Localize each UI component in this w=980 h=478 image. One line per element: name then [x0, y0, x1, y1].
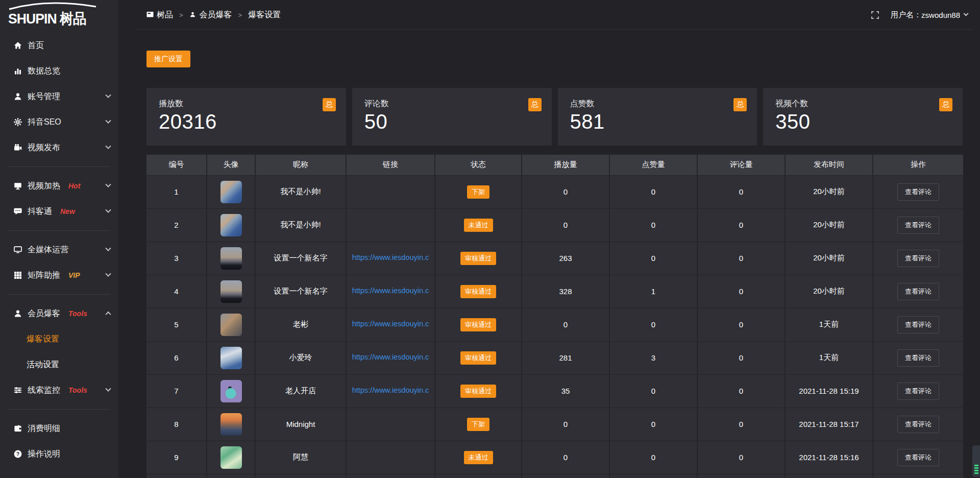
comments-count: 0: [739, 353, 743, 362]
nickname: Midnight: [286, 420, 315, 428]
view-comments-button[interactable]: 查看评论: [897, 416, 939, 433]
likes-count: 0: [651, 187, 655, 196]
row-id: 7: [174, 387, 178, 395]
view-comments-button[interactable]: 查看评论: [897, 383, 939, 400]
cell-avatar: [207, 408, 255, 441]
sidebar-subitem-baoke-settings[interactable]: 爆客设置: [0, 326, 118, 352]
sidebar-subitem-activity-settings[interactable]: 活动设置: [0, 352, 118, 377]
breadcrumb-item-member-baoke[interactable]: 会员爆客: [189, 10, 232, 20]
sidebar-item-omni-media[interactable]: 全媒体运营: [0, 237, 118, 262]
sidebar-item-douketong[interactable]: 抖客通 New: [0, 199, 118, 224]
cell-action: 查看评论: [873, 208, 963, 242]
publish-time: 2021-11-28 15:19: [799, 387, 859, 395]
cell-id: 2: [146, 208, 207, 242]
plays-count: 328: [559, 287, 572, 296]
sidebar-item-lead-monitor[interactable]: 线索监控 Tools: [0, 377, 118, 403]
video-link[interactable]: https://www.iesdouyin.c: [352, 386, 429, 394]
publish-time: 2021-11-28 15:16: [799, 453, 859, 462]
cell-nickname: 小爱玲: [255, 341, 346, 374]
sidebar-item-label: 全媒体运营: [28, 245, 68, 255]
comments-count: 0: [739, 187, 743, 196]
view-comments-button[interactable]: 查看评论: [897, 283, 939, 300]
video-link[interactable]: https://www.iesdouyin.c: [352, 253, 429, 261]
cell-link: [346, 208, 435, 242]
sidebar-item-data-overview[interactable]: 数据总览: [0, 58, 118, 84]
person-icon: [189, 11, 197, 18]
view-comments-button[interactable]: 查看评论: [897, 449, 939, 466]
tools-tag: Tools: [68, 309, 87, 318]
publish-time: 20小时前: [813, 220, 845, 229]
view-comments-button[interactable]: 查看评论: [897, 349, 939, 367]
cell-link: [346, 441, 435, 474]
col-header-action: 操作: [873, 155, 963, 175]
cell-time: 2021-11-28 15:16: [785, 441, 873, 474]
sidebar-item-home[interactable]: 首页: [0, 33, 118, 58]
cell-avatar: [207, 308, 255, 341]
likes-count: 0: [651, 320, 655, 329]
cell-action: 查看评论: [873, 275, 963, 308]
view-comments-button[interactable]: 查看评论: [897, 316, 939, 333]
status-badge: 审核通过: [460, 285, 496, 298]
username-value[interactable]: zswodun88: [921, 11, 960, 19]
cell-action: 查看评论: [873, 374, 963, 408]
table-row: 5 老彬 https://www.iesdouyin.c 审核通过 0 0 0 …: [146, 308, 963, 341]
cell-plays: 281: [522, 341, 609, 374]
sidebar-item-matrix-boost[interactable]: 矩阵助推 VIP: [0, 262, 118, 288]
cell-id: 6: [146, 341, 207, 374]
sidebar-item-video-publish[interactable]: 视频发布: [0, 135, 118, 160]
sidebar-item-spend-detail[interactable]: 消费明细: [0, 416, 118, 441]
sidebar-item-member-baoke[interactable]: 会员爆客 Tools: [0, 301, 118, 326]
publish-time: 20小时前: [813, 286, 845, 295]
sidebar-item-account-manage[interactable]: 账号管理: [0, 84, 118, 109]
view-comments-button[interactable]: 查看评论: [897, 250, 939, 267]
video-link[interactable]: https://www.iesdouyin.c: [352, 353, 429, 361]
cell-comments: 0: [697, 341, 785, 374]
fullscreen-icon[interactable]: [871, 11, 879, 19]
cell-id: 7: [146, 374, 207, 408]
sidebar-item-help[interactable]: ? 操作说明: [0, 441, 118, 467]
stat-card-comments: 评论数 50 总: [352, 88, 552, 146]
cell-action: 查看评论: [873, 242, 963, 275]
cell-link: [346, 175, 435, 208]
cell-comments: 0: [697, 275, 785, 308]
breadcrumb-item-root[interactable]: 树品: [146, 10, 173, 20]
chevron-down-icon: [105, 118, 111, 124]
status-badge: 审核通过: [460, 318, 496, 331]
grid-icon: [13, 271, 23, 280]
view-comments-button[interactable]: 查看评论: [897, 217, 939, 234]
promo-settings-button[interactable]: 推广设置: [146, 51, 190, 67]
cell-plays: 263: [522, 242, 609, 275]
cell-likes: 0: [609, 208, 697, 242]
cell-nickname: 老人开店: [255, 374, 346, 408]
chevron-down-icon[interactable]: [964, 11, 969, 16]
floating-widget[interactable]: [972, 445, 980, 477]
cell-time: 1天前: [785, 308, 873, 341]
comments-count: 0: [739, 221, 743, 229]
chevron-down-icon: [105, 246, 111, 251]
sidebar-item-label: 操作说明: [28, 449, 60, 460]
chevron-down-icon: [105, 386, 111, 392]
table-row: 1 我不是小帅! 下架 0 0 0 20小时前 查看评论: [146, 175, 963, 208]
stat-card-plays: 播放数 20316 总: [146, 88, 346, 146]
wallet-icon: [13, 424, 23, 433]
nickname: 设置一个新名字: [274, 286, 328, 295]
cell-nickname: 设置一个新名字: [255, 242, 346, 275]
cell-likes: 1: [609, 275, 697, 308]
cell-action: [873, 474, 963, 478]
nickname: 我不是小帅!: [280, 220, 321, 229]
cell-time: 20小时前: [785, 208, 873, 242]
sidebar-item-douyin-seo[interactable]: 抖音SEO: [0, 109, 118, 135]
cell-time: 20小时前: [785, 242, 873, 275]
topbar: 树品 > 会员爆客 > 爆客设置 用户名： zswodun88: [118, 0, 980, 30]
view-comments-button[interactable]: 查看评论: [897, 183, 939, 201]
cell-action: 查看评论: [873, 341, 963, 374]
cell-plays: 0: [522, 308, 609, 341]
user-icon: [13, 92, 23, 101]
col-header-comments: 评论量: [697, 155, 785, 175]
likes-count: 1: [651, 287, 655, 296]
nickname: 老彬: [293, 320, 308, 328]
sidebar-item-video-heat[interactable]: 视频加热 Hot: [0, 173, 118, 199]
sliders-icon: [13, 386, 23, 395]
video-link[interactable]: https://www.iesdouyin.c: [352, 286, 429, 295]
video-link[interactable]: https://www.iesdouyin.c: [352, 320, 429, 328]
